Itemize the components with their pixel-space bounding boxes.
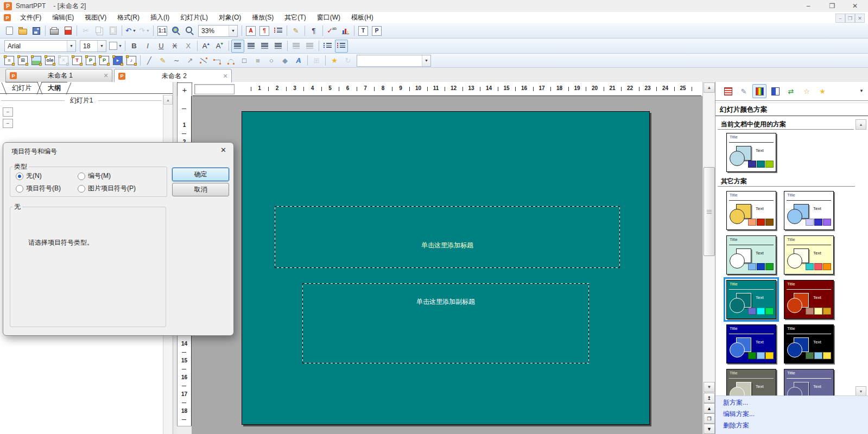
fontwork-button[interactable]: A: [292, 54, 305, 67]
connector-elbow-button[interactable]: [211, 54, 224, 67]
insert-title-frame-button[interactable]: T: [71, 54, 84, 67]
zoom-level-combo[interactable]: 33%▼: [198, 25, 238, 37]
scroll-up-icon[interactable]: ▲: [163, 95, 173, 105]
open-file-button[interactable]: [16, 24, 29, 37]
bullets-numbering-dialog-button[interactable]: [271, 24, 284, 37]
menu-view[interactable]: 视图(V): [79, 13, 112, 22]
font-size-combo-dropdown-icon[interactable]: ▼: [97, 41, 106, 52]
menu-play[interactable]: 播放(S): [246, 13, 279, 22]
panel-dropdown-icon[interactable]: ▼: [859, 88, 864, 93]
previous-slide-button[interactable]: ▲: [704, 403, 715, 413]
subtitle-placeholder[interactable]: 单击这里添加副标题: [302, 283, 589, 363]
new-scheme-link[interactable]: 新方案...: [723, 397, 868, 409]
basic-shapes-button[interactable]: ◆: [278, 54, 292, 67]
spellcheck-button[interactable]: ✓ab: [325, 24, 338, 37]
slide-pages-button[interactable]: ❐: [704, 413, 715, 424]
slide-canvas[interactable]: 单击这里添加标题 单击这里添加副标题: [242, 111, 650, 425]
ruler-origin-button[interactable]: +: [177, 82, 192, 97]
shape-style-combo-dropdown-icon[interactable]: ▼: [422, 55, 430, 66]
zoom-page-button[interactable]: [169, 24, 182, 37]
edit-scheme-link[interactable]: 编辑方案...: [723, 409, 868, 420]
menu-format[interactable]: 格式(R): [112, 13, 145, 22]
connector-curve-button[interactable]: [224, 54, 237, 67]
underline-button[interactable]: U: [155, 40, 168, 53]
title-placeholder[interactable]: 单击这里添加标题: [275, 206, 620, 268]
maximize-button[interactable]: ❐: [823, 0, 841, 12]
panel-template-button[interactable]: ☆: [800, 84, 814, 98]
menu-template[interactable]: 模板(H): [346, 13, 379, 22]
insert-text-frame-button[interactable]: ≡: [3, 54, 16, 67]
dialog-close-button[interactable]: ✕: [220, 146, 226, 154]
align-right-button[interactable]: [258, 40, 271, 53]
scheme-card[interactable]: TitleText: [726, 191, 776, 230]
menu-others[interactable]: 其它(T): [279, 13, 311, 22]
menu-insert[interactable]: 插入(I): [145, 13, 175, 22]
tab-outline[interactable]: 大纲: [41, 82, 67, 94]
menu-edit[interactable]: 编辑(E): [47, 13, 79, 22]
undo-button[interactable]: ↶▼: [124, 24, 137, 37]
justify-button[interactable]: [272, 40, 285, 53]
zoom-original-button[interactable]: 1:1: [156, 24, 169, 37]
draw-arrow-button[interactable]: ↗: [183, 54, 197, 67]
minimize-button[interactable]: –: [800, 0, 817, 12]
option-bullet[interactable]: 项目符号(B): [16, 184, 61, 193]
draw-freehand-button[interactable]: ✎: [156, 54, 169, 67]
menu-file[interactable]: 文件(F): [15, 13, 47, 22]
shadow-button[interactable]: X: [182, 40, 195, 53]
menu-object[interactable]: 对象(O): [213, 13, 246, 22]
insert-movie-button[interactable]: ▸: [111, 54, 124, 67]
close-button[interactable]: ✕: [846, 0, 864, 12]
align-center-button[interactable]: [245, 40, 258, 53]
next-slide-button[interactable]: ▼: [704, 424, 715, 434]
option-image-bullet[interactable]: 图片项目符号(P): [78, 184, 136, 193]
first-slide-button[interactable]: ↥: [704, 393, 715, 403]
print-button[interactable]: [48, 24, 61, 37]
strikethrough-button[interactable]: X: [168, 40, 181, 53]
bold-button[interactable]: B: [128, 40, 141, 53]
tab-untitled-1[interactable]: P未命名 1✕: [5, 69, 112, 82]
shrink-font-button[interactable]: A▼: [213, 40, 226, 53]
font-name-combo-dropdown-icon[interactable]: ▼: [67, 41, 75, 52]
draw-curve-button[interactable]: ∼: [170, 54, 183, 67]
draw-line-button[interactable]: ╱: [143, 54, 156, 67]
mdi-close-button[interactable]: ✕: [855, 14, 865, 23]
font-dialog-button[interactable]: A: [244, 24, 257, 37]
statistics-button[interactable]: [339, 24, 352, 37]
connector-line-button[interactable]: [197, 54, 210, 67]
scroll-down-button[interactable]: ▼: [704, 382, 715, 392]
italic-button[interactable]: I: [141, 40, 154, 53]
menu-window[interactable]: 窗口(W): [312, 13, 346, 22]
align-left-button[interactable]: [231, 40, 244, 53]
scheme-card[interactable]: TitleText: [726, 133, 776, 172]
paragraph-dialog-button[interactable]: ¶: [258, 24, 271, 37]
border-style-button[interactable]: ▼: [109, 40, 123, 53]
scheme-card[interactable]: TitleText: [784, 324, 834, 363]
panel-edit-scheme-button[interactable]: ✎: [737, 84, 751, 98]
save-button[interactable]: [30, 24, 43, 37]
scheme-card[interactable]: TitleText: [726, 324, 776, 363]
outline-collapse-body[interactable]: −: [3, 119, 13, 128]
font-name-combo[interactable]: Arial▼: [4, 40, 76, 52]
menu-slide[interactable]: 幻灯片(L): [175, 13, 213, 22]
mdi-minimize-button[interactable]: –: [835, 14, 845, 23]
scroll-up-button[interactable]: ▲: [704, 82, 715, 93]
insert-image-button[interactable]: [30, 54, 43, 67]
export-pdf-button[interactable]: [61, 24, 74, 37]
tab-slides[interactable]: 幻灯片: [5, 82, 38, 94]
panel-slide-layout-button[interactable]: [721, 84, 735, 98]
cancel-button[interactable]: 取消: [172, 183, 229, 196]
outline-collapse-title[interactable]: −: [3, 107, 13, 117]
tab-untitled-2[interactable]: P未命名 2✕: [114, 69, 232, 83]
draw-shaded-rectangle-button[interactable]: ■: [251, 54, 264, 67]
zoom-level-combo-dropdown-icon[interactable]: ▼: [229, 25, 237, 36]
zoom-button[interactable]: [183, 24, 196, 37]
scheme-card[interactable]: TitleText: [784, 191, 834, 230]
panel-transition-button[interactable]: ⇄: [784, 84, 798, 98]
new-document-button[interactable]: [3, 24, 16, 37]
bullet-list-button[interactable]: [321, 40, 334, 53]
panel-color-scheme-button[interactable]: [752, 84, 766, 98]
tab-untitled-2-close-icon[interactable]: ✕: [219, 73, 231, 80]
panel-scroll-up-button[interactable]: ▲: [856, 119, 866, 130]
favorites-button[interactable]: ★: [328, 54, 341, 67]
insert-table-button[interactable]: ⊞: [16, 54, 29, 67]
